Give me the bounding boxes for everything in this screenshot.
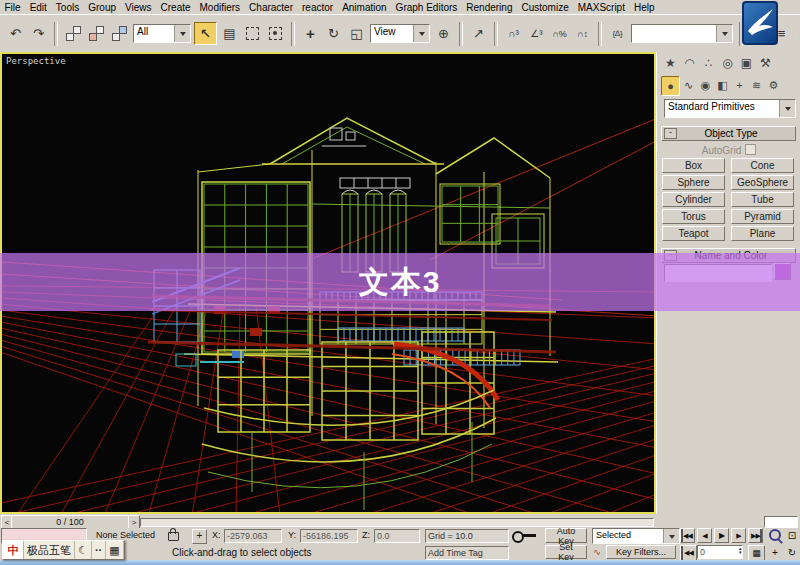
chevron-down-icon[interactable]	[779, 100, 795, 117]
ime-name[interactable]: 极品五笔	[24, 541, 75, 559]
window-crossing-icon[interactable]	[265, 23, 286, 44]
cylinder-button[interactable]: Cylinder	[662, 192, 725, 207]
select-by-name-icon[interactable]	[219, 23, 240, 44]
sphere-button[interactable]: Sphere	[662, 175, 725, 190]
key-mode-icon[interactable]: ◀◀	[680, 545, 697, 561]
chevron-down-icon[interactable]	[663, 529, 679, 543]
selection-lock-icon[interactable]	[168, 532, 179, 541]
ime-language-indicator[interactable]: 中	[3, 541, 24, 559]
x-coordinate-field[interactable]: -2579.063	[224, 529, 282, 543]
time-configuration-icon[interactable]: ▦	[748, 545, 765, 561]
plane-button[interactable]: Plane	[731, 226, 794, 241]
select-and-rotate-icon[interactable]	[323, 23, 344, 44]
box-button[interactable]: Box	[662, 158, 725, 173]
pan-icon[interactable]: +	[766, 545, 784, 559]
angle-snap-icon[interactable]	[526, 23, 547, 44]
collapse-icon[interactable]: -	[664, 128, 677, 139]
viewport-label[interactable]: Perspective	[6, 56, 66, 66]
edit-named-selections-icon[interactable]	[607, 23, 628, 44]
redo-icon[interactable]	[28, 23, 49, 44]
menu-animation[interactable]: Animation	[338, 2, 391, 13]
layer-manager-icon[interactable]	[794, 23, 800, 44]
menu-reactor[interactable]: reactor	[298, 2, 338, 13]
add-time-tag[interactable]: Add Time Tag	[425, 546, 509, 560]
unlink-selection-icon[interactable]	[86, 23, 107, 44]
menu-maxscript[interactable]: MAXScript	[573, 2, 629, 13]
previous-frame-button[interactable]: ◀	[697, 528, 712, 543]
motion-tab-icon[interactable]: ◎	[718, 54, 737, 72]
helpers-category-icon[interactable]: +	[731, 76, 748, 94]
menu-modifiers[interactable]: Modifiers	[195, 2, 245, 13]
frame-spinner[interactable]: ▴▾	[739, 546, 742, 554]
undo-icon[interactable]	[5, 23, 26, 44]
modify-tab-icon[interactable]: ◠	[680, 54, 699, 72]
set-keys-icon[interactable]	[512, 530, 538, 543]
param-curve-icon[interactable]	[590, 545, 604, 559]
display-tab-icon[interactable]: ▣	[737, 54, 756, 72]
set-key-button[interactable]: Set Key	[545, 545, 587, 559]
slider-next-button[interactable]: >	[128, 515, 140, 529]
primitives-dropdown[interactable]: Standard Primitives	[664, 99, 796, 118]
ime-keyboard-icon[interactable]	[106, 541, 123, 559]
zoom-icon[interactable]	[766, 528, 784, 542]
snap-toggle-icon[interactable]	[503, 23, 524, 44]
chevron-down-icon[interactable]	[174, 25, 190, 42]
select-object-icon[interactable]	[194, 22, 217, 45]
shapes-category-icon[interactable]: ∿	[680, 76, 697, 94]
teapot-button[interactable]: Teapot	[662, 226, 725, 241]
selection-set-dropdown[interactable]: Selected	[592, 528, 680, 544]
menu-help[interactable]: Help	[629, 2, 659, 13]
chevron-down-icon[interactable]	[716, 25, 732, 42]
torus-button[interactable]: Torus	[662, 209, 725, 224]
reference-coordinate-dropdown[interactable]: View	[370, 24, 430, 43]
create-tab-icon[interactable]: ★	[661, 54, 680, 72]
time-slider-handle[interactable]: 0 / 100	[11, 515, 129, 529]
arc-rotate-icon[interactable]: ↻	[783, 545, 800, 559]
menu-tools[interactable]: Tools	[51, 2, 83, 13]
menu-character[interactable]: Character	[245, 2, 298, 13]
menu-views[interactable]: Views	[121, 2, 157, 13]
absolute-mode-icon[interactable]: +	[192, 529, 207, 544]
zoom-extents-icon[interactable]: ⊡	[783, 528, 800, 542]
menu-create[interactable]: Create	[156, 2, 195, 13]
rectangular-selection-icon[interactable]	[242, 23, 263, 44]
select-and-move-icon[interactable]	[300, 23, 321, 44]
object-type-rollout[interactable]: - Object Type	[661, 126, 796, 141]
menu-customize[interactable]: Customize	[517, 2, 573, 13]
spinner-snap-icon[interactable]	[572, 23, 593, 44]
z-coordinate-field[interactable]: 0.0	[374, 529, 420, 543]
y-coordinate-field[interactable]: -56186.195	[300, 529, 358, 543]
key-filters-button[interactable]: Key Filters...	[606, 545, 676, 559]
named-selection-dropdown[interactable]	[631, 24, 733, 43]
lights-category-icon[interactable]: ◉	[697, 76, 714, 94]
hierarchy-tab-icon[interactable]: ∴	[699, 54, 718, 72]
select-and-link-icon[interactable]	[63, 23, 84, 44]
geosphere-button[interactable]: GeoSphere	[731, 175, 794, 190]
menu-rendering[interactable]: Rendering	[462, 2, 517, 13]
menu-file[interactable]: File	[0, 2, 25, 13]
current-frame-field[interactable]: 0	[697, 545, 743, 559]
pyramid-button[interactable]: Pyramid	[731, 209, 794, 224]
menu-group[interactable]: Group	[84, 2, 121, 13]
menu-graph-editors[interactable]: Graph Editors	[391, 2, 462, 13]
geometry-category-icon[interactable]: ●	[661, 76, 680, 96]
ime-fullhalf-icon[interactable]	[75, 541, 92, 559]
select-and-manipulate-icon[interactable]	[468, 23, 489, 44]
chevron-down-icon[interactable]	[413, 25, 429, 42]
menu-edit[interactable]: Edit	[25, 2, 51, 13]
go-to-start-button[interactable]: ◀◀	[680, 528, 695, 543]
bind-to-spacewarp-icon[interactable]	[109, 23, 130, 44]
use-center-icon[interactable]	[433, 23, 454, 44]
cameras-category-icon[interactable]: ◧	[714, 76, 731, 94]
play-button[interactable]: ▶	[714, 528, 729, 543]
ime-punctuation-icon[interactable]	[92, 541, 106, 559]
spacewarps-category-icon[interactable]: ≋	[748, 76, 765, 94]
percent-snap-icon[interactable]	[549, 23, 570, 44]
systems-category-icon[interactable]: ⚙	[765, 76, 782, 94]
tube-button[interactable]: Tube	[731, 192, 794, 207]
go-to-end-button[interactable]: ▶▶	[748, 528, 763, 543]
cone-button[interactable]: Cone	[731, 158, 794, 173]
auto-key-button[interactable]: Auto Key	[545, 528, 587, 543]
select-and-scale-icon[interactable]	[346, 23, 367, 44]
next-frame-button[interactable]: ▶	[731, 528, 746, 543]
